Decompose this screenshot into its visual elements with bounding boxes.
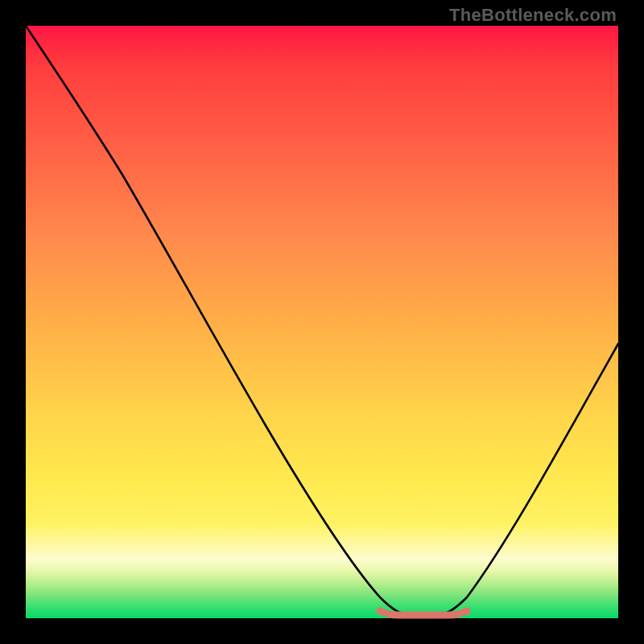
watermark-text: TheBottleneck.com	[449, 5, 617, 26]
chart-gradient-background	[26, 26, 618, 618]
chart-frame: TheBottleneck.com	[0, 0, 644, 644]
